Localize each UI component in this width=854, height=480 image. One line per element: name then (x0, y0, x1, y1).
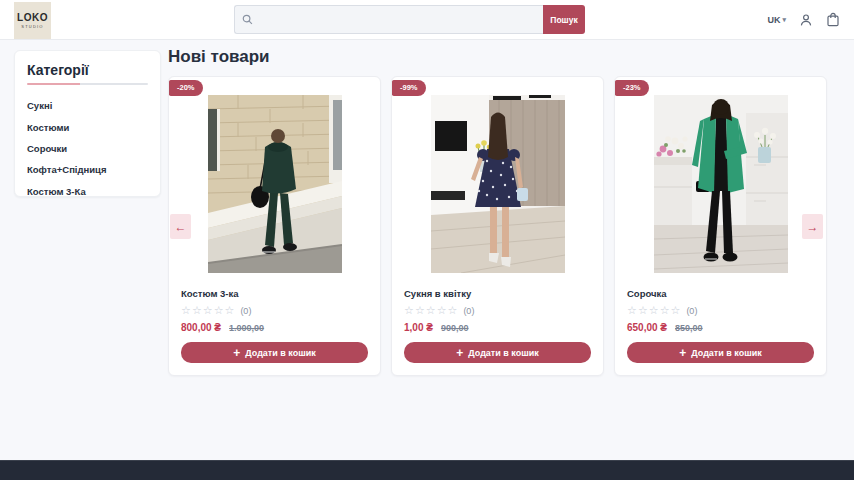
search-button[interactable]: Пошук (543, 5, 585, 34)
star-icon: ☆ (203, 305, 213, 316)
product-card: -99% (391, 76, 604, 376)
search-bar: Пошук (234, 5, 585, 34)
sidebar-item-kostiumy[interactable]: Костюми (27, 116, 148, 137)
cart-icon[interactable] (826, 12, 840, 27)
add-to-cart-label: Додати в кошик (691, 348, 762, 358)
product-prices: 650,00 ₴ 850,00 (627, 322, 814, 333)
header-actions: UK ▾ (767, 12, 840, 27)
sidebar-item-sorochky[interactable]: Сорочки (27, 138, 148, 159)
plus-icon: + (456, 347, 463, 359)
add-to-cart-label: Додати в кошик (468, 348, 539, 358)
star-icon: ☆ (192, 305, 202, 316)
logo-name: LOKO (17, 12, 48, 23)
star-icon: ☆ (671, 305, 681, 316)
product-card: -23% (614, 76, 827, 376)
star-icon: ☆ (627, 305, 637, 316)
main-section: Нові товари ← -20% (168, 40, 827, 376)
discount-badge: -23% (615, 80, 649, 96)
account-icon[interactable] (799, 13, 813, 27)
add-to-cart-label: Додати в кошик (245, 348, 316, 358)
discount-badge: -99% (392, 80, 426, 96)
product-prices: 800,00 ₴ 1.000,00 (181, 322, 368, 333)
footer (0, 460, 854, 480)
sidebar-item-kostium-3ka[interactable]: Костюм 3-Ка (27, 181, 148, 202)
plus-icon: + (679, 347, 686, 359)
carousel-next-button[interactable]: → (802, 214, 823, 239)
rating-count: (0) (240, 306, 251, 316)
add-to-cart-button[interactable]: + Додати в кошик (181, 342, 368, 363)
sidebar-item-kofta-spidnytsia[interactable]: Кофта+Спідниця (27, 159, 148, 180)
categories-divider (27, 83, 148, 85)
language-selector[interactable]: UK ▾ (767, 15, 786, 25)
star-icon: ☆ (214, 305, 224, 316)
product-title[interactable]: Костюм 3-ка (181, 288, 368, 299)
header: LOKO STUDIO Пошук UK ▾ (0, 0, 854, 40)
discount-badge: -20% (169, 80, 203, 96)
old-price: 900,00 (441, 323, 469, 333)
old-price: 850,00 (675, 323, 703, 333)
add-to-cart-button[interactable]: + Додати в кошик (627, 342, 814, 363)
current-price: 800,00 ₴ (181, 322, 221, 333)
product-rating: ☆ ☆ ☆ ☆ ☆ (0) (404, 305, 591, 316)
star-icon: ☆ (415, 305, 425, 316)
product-prices: 1,00 ₴ 900,00 (404, 322, 591, 333)
add-to-cart-button[interactable]: + Додати в кошик (404, 342, 591, 363)
categories-list: Сукні Костюми Сорочки Кофта+Спідниця Кос… (27, 95, 148, 202)
chevron-down-icon: ▾ (782, 16, 786, 24)
search-field[interactable] (234, 5, 543, 34)
product-rating: ☆ ☆ ☆ ☆ ☆ (0) (181, 305, 368, 316)
star-icon: ☆ (225, 305, 235, 316)
products-carousel: ← -20% (168, 76, 827, 376)
star-icon: ☆ (181, 305, 191, 316)
arrow-left-icon: ← (175, 220, 187, 234)
product-image[interactable] (431, 95, 565, 273)
categories-panel: Категорії Сукні Костюми Сорочки Кофта+Сп… (14, 50, 161, 197)
product-title[interactable]: Сорочка (627, 288, 814, 299)
logo[interactable]: LOKO STUDIO (14, 2, 51, 39)
product-rating: ☆ ☆ ☆ ☆ ☆ (0) (627, 305, 814, 316)
page-title: Нові товари (168, 47, 827, 67)
star-icon: ☆ (448, 305, 458, 316)
star-icon: ☆ (649, 305, 659, 316)
star-icon: ☆ (437, 305, 447, 316)
product-card: -20% (168, 76, 381, 376)
logo-tagline: STUDIO (21, 24, 43, 29)
carousel-prev-button[interactable]: ← (170, 214, 191, 239)
current-price: 1,00 ₴ (404, 322, 433, 333)
product-title[interactable]: Сукня в квітку (404, 288, 591, 299)
star-icon: ☆ (638, 305, 648, 316)
current-price: 650,00 ₴ (627, 322, 667, 333)
product-image[interactable] (654, 95, 788, 273)
star-icon: ☆ (404, 305, 414, 316)
star-icon: ☆ (426, 305, 436, 316)
arrow-right-icon: → (807, 220, 819, 234)
star-icon: ☆ (660, 305, 670, 316)
page-content: Категорії Сукні Костюми Сорочки Кофта+Сп… (0, 40, 854, 460)
categories-title: Категорії (27, 62, 148, 78)
old-price: 1.000,00 (229, 323, 264, 333)
sidebar-item-sukni[interactable]: Сукні (27, 95, 148, 116)
plus-icon: + (233, 347, 240, 359)
product-image[interactable] (208, 95, 342, 273)
rating-count: (0) (463, 306, 474, 316)
search-icon (242, 14, 253, 25)
rating-count: (0) (686, 306, 697, 316)
search-input[interactable] (253, 14, 543, 25)
language-label: UK (767, 15, 780, 25)
